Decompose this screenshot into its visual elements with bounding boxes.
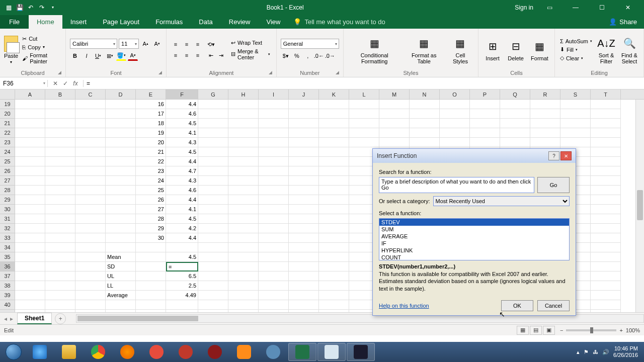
row-header[interactable]: 27 <box>0 176 15 186</box>
row-header[interactable]: 34 <box>0 243 15 252</box>
cell-J21[interactable] <box>289 119 319 128</box>
cell-E24[interactable]: 21 <box>136 147 166 157</box>
cell-D26[interactable] <box>106 166 136 176</box>
autosum-button[interactable]: ΣAutoSum▾ <box>559 38 593 45</box>
cell-B35[interactable] <box>45 252 75 262</box>
cell-Q20[interactable] <box>500 109 530 119</box>
cell-I29[interactable] <box>259 195 289 205</box>
cell-Q23[interactable] <box>500 138 530 147</box>
cell-C41[interactable] <box>75 310 106 312</box>
cell-H23[interactable] <box>228 138 259 147</box>
ok-button[interactable]: OK <box>501 300 533 311</box>
cell-A38[interactable] <box>15 281 45 291</box>
row-header[interactable]: 36 <box>0 262 15 272</box>
search-function-input[interactable] <box>379 177 534 193</box>
cell-F34[interactable] <box>166 243 198 252</box>
cell-G28[interactable] <box>198 186 228 195</box>
cell-M23[interactable] <box>379 138 410 147</box>
col-header-S[interactable]: S <box>560 89 591 99</box>
cell-G37[interactable] <box>198 272 228 281</box>
font-name-combo[interactable]: Calibri <box>70 39 117 49</box>
cell-D30[interactable] <box>106 205 136 214</box>
cell-A31[interactable] <box>15 214 45 224</box>
align-bottom-icon[interactable]: ≡ <box>193 39 203 49</box>
grow-font-icon[interactable]: A▴ <box>140 39 150 49</box>
cell-I41[interactable] <box>259 310 289 312</box>
taskbar-excel[interactable] <box>288 343 316 361</box>
function-list[interactable]: STDEVSUMAVERAGEIFHYPERLINKCOUNTMAX <box>379 218 570 260</box>
cell-A30[interactable] <box>15 205 45 214</box>
row-header[interactable]: 21 <box>0 119 15 128</box>
cell-L20[interactable] <box>349 109 379 119</box>
cell-B23[interactable] <box>45 138 75 147</box>
cell-A40[interactable] <box>15 300 45 310</box>
cell-B40[interactable] <box>45 300 75 310</box>
cell-G21[interactable] <box>198 119 228 128</box>
tell-me-search[interactable]: 💡 Tell me what you want to do <box>288 15 390 29</box>
cell-F29[interactable]: 4.4 <box>166 195 198 205</box>
col-header-L[interactable]: L <box>349 89 379 99</box>
borders-button[interactable]: ⊞▾ <box>105 51 115 61</box>
cell-B21[interactable] <box>45 119 75 128</box>
cell-H38[interactable] <box>228 281 259 291</box>
cell-B38[interactable] <box>45 281 75 291</box>
format-painter-button[interactable]: 🖌Format Painter <box>21 52 61 65</box>
function-item-count[interactable]: COUNT <box>379 254 569 260</box>
cell-F38[interactable]: 2.5 <box>166 281 198 291</box>
percent-format-icon[interactable]: % <box>292 51 302 61</box>
copy-button[interactable]: ⎘Copy▾ <box>21 44 61 51</box>
cell-G30[interactable] <box>198 205 228 214</box>
cell-J27[interactable] <box>289 176 319 186</box>
function-item-if[interactable]: IF <box>379 240 569 247</box>
cell-C19[interactable] <box>75 100 106 109</box>
font-size-combo[interactable]: 11 <box>119 39 139 49</box>
cell-H32[interactable] <box>228 224 259 233</box>
cell-K36[interactable] <box>319 262 349 272</box>
fill-color-button[interactable]: 🪣▾ <box>116 51 126 61</box>
cell-N22[interactable] <box>410 128 440 138</box>
cell-T31[interactable] <box>591 214 621 224</box>
cell-T33[interactable] <box>591 233 621 243</box>
cell-E19[interactable]: 16 <box>136 100 166 109</box>
cell-I23[interactable] <box>259 138 289 147</box>
cell-E22[interactable]: 19 <box>136 128 166 138</box>
cell-I33[interactable] <box>259 233 289 243</box>
increase-decimal-icon[interactable]: .0← <box>314 51 324 61</box>
cell-C38[interactable] <box>75 281 106 291</box>
cell-E28[interactable]: 25 <box>136 186 166 195</box>
cell-G20[interactable] <box>198 109 228 119</box>
cell-C21[interactable] <box>75 119 106 128</box>
cell-K26[interactable] <box>319 166 349 176</box>
cell-E41[interactable] <box>136 310 166 312</box>
cell-F20[interactable]: 4.6 <box>166 109 198 119</box>
accounting-format-icon[interactable]: $▾ <box>281 51 291 61</box>
cell-K41[interactable] <box>319 310 349 312</box>
cell-D29[interactable] <box>106 195 136 205</box>
wrap-text-button[interactable]: ↩Wrap Text <box>229 39 272 47</box>
sheet-tab-1[interactable]: Sheet1 <box>17 313 52 324</box>
italic-button[interactable]: I <box>82 51 92 61</box>
row-header[interactable]: 24 <box>0 147 15 157</box>
cell-E29[interactable]: 26 <box>136 195 166 205</box>
cell-B20[interactable] <box>45 109 75 119</box>
cell-D20[interactable] <box>106 109 136 119</box>
cell-P21[interactable] <box>470 119 500 128</box>
tab-page-layout[interactable]: Page Layout <box>95 15 147 29</box>
cell-T41[interactable] <box>591 310 621 312</box>
cell-F30[interactable]: 4.1 <box>166 205 198 214</box>
cell-B31[interactable] <box>45 214 75 224</box>
dialog-titlebar[interactable]: Insert Function ? ✕ <box>373 149 576 163</box>
zoom-level[interactable]: 100% <box>626 327 640 333</box>
cell-K29[interactable] <box>319 195 349 205</box>
cell-M21[interactable] <box>379 119 410 128</box>
cell-F25[interactable]: 4.4 <box>166 157 198 166</box>
cell-A27[interactable] <box>15 176 45 186</box>
tab-file[interactable]: File <box>0 15 29 29</box>
col-header-A[interactable]: A <box>15 89 45 99</box>
cell-C40[interactable] <box>75 300 106 310</box>
cell-C31[interactable] <box>75 214 106 224</box>
cell-F24[interactable]: 4.5 <box>166 147 198 157</box>
cell-G19[interactable] <box>198 100 228 109</box>
cell-B32[interactable] <box>45 224 75 233</box>
col-header-E[interactable]: E <box>136 89 166 99</box>
